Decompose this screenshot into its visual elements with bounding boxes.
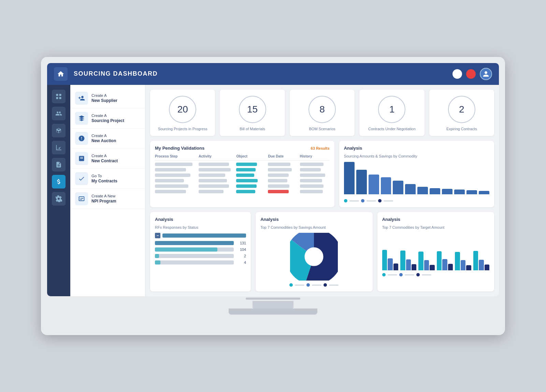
kpi-bom-circle: 15 [239, 96, 266, 123]
row4-activity [199, 179, 227, 182]
rfx-row-2: 104 [155, 247, 246, 252]
rfx-value-2: 104 [236, 247, 246, 252]
sidebar-item-dollar[interactable] [52, 175, 66, 189]
grouped-bar-group [473, 251, 489, 270]
action-create-sourcing[interactable]: Create ASourcing Project [70, 108, 145, 129]
grouped-dot-blue [399, 273, 403, 276]
rfx-minus-button[interactable]: − [155, 233, 160, 238]
create-sourcing-label: Create ASourcing Project [91, 113, 124, 124]
kpi-expiring-card: 2 Expiring Contracts [429, 90, 494, 136]
grouped-bar-seg [455, 252, 460, 270]
sidebar-item-grid[interactable] [52, 90, 66, 103]
pending-title: My Pending Validations [155, 146, 204, 151]
sidebar-item-chart[interactable] [52, 141, 66, 154]
monitor-stand [47, 296, 499, 315]
kpi-contracts-label: Contracts Under Negotiation [368, 126, 416, 131]
row3-object [236, 174, 254, 177]
grouped-bar-seg [382, 250, 387, 270]
pie-chart-card: Analysis Top 7 Commodities by Savings Am… [256, 212, 372, 291]
action-create-supplier[interactable]: Create ANew Supplier [70, 88, 145, 108]
th-process: Process Step [155, 154, 197, 158]
grouped-bar-seg [418, 252, 423, 270]
header-icons [452, 68, 492, 80]
action-npi-program[interactable]: Create A NewNPI Program [70, 189, 145, 209]
sourcing-icon [75, 112, 88, 125]
notification-dot-2[interactable] [466, 69, 476, 79]
my-contracts-icon [75, 172, 88, 185]
chart-dots-pie [260, 283, 368, 287]
bar-chart-bar [356, 170, 367, 194]
grouped-dot-teal [382, 273, 386, 276]
row2-activity [199, 168, 231, 171]
npi-icon [75, 192, 88, 205]
row6-due [268, 190, 289, 193]
pie-svg [290, 233, 338, 281]
row2-history [300, 168, 321, 171]
action-create-contract[interactable]: Create ANew Contract [70, 149, 145, 169]
bar-chart-bar [442, 189, 452, 194]
kpi-bom-value: 15 [247, 104, 258, 115]
my-contracts-label: Go ToMy Contracts [91, 174, 117, 184]
th-object: Object [236, 154, 266, 158]
action-create-auction[interactable]: Create ANew Auction [70, 129, 145, 149]
rfx-bar-3 [155, 254, 234, 258]
row2-object [236, 168, 256, 171]
header: SOURCING DASHBOARD [47, 63, 499, 85]
rfx-bar-1 [155, 241, 234, 245]
rfx-top-row: − [155, 233, 246, 238]
pie-dot-dark [324, 283, 327, 287]
row5-history [300, 184, 324, 188]
rfx-card: Analysis RFx Responses by Status − [150, 212, 251, 291]
user-avatar[interactable] [480, 68, 492, 80]
home-button[interactable] [54, 67, 68, 81]
grouped-bar-seg [430, 265, 434, 270]
row5-step [155, 184, 188, 188]
rfx-fill-3 [155, 254, 159, 258]
pending-header: My Pending Validations 63 Results [155, 146, 330, 151]
sidebar-item-box[interactable] [52, 124, 66, 137]
rfx-fill-1 [155, 241, 234, 245]
grouped-bar-group [455, 252, 471, 270]
rfx-value-3: 2 [236, 254, 246, 258]
grouped-header: Analysis [382, 217, 489, 222]
sidebar-item-users[interactable] [52, 107, 66, 120]
grouped-bar-group [437, 251, 453, 270]
notification-dot-1[interactable] [452, 69, 462, 79]
middle-row: My Pending Validations 63 Results Proces… [150, 141, 494, 207]
pie-dot-line-3 [329, 285, 339, 286]
analysis-header: Analysis [344, 146, 489, 151]
row2-due [268, 168, 292, 171]
grouped-bar-group [418, 252, 434, 270]
bar-chart-bar [466, 190, 477, 194]
action-my-contracts[interactable]: Go ToMy Contracts [70, 169, 145, 189]
create-auction-label: Create ANew Auction [91, 133, 116, 144]
rfx-fill-2 [155, 247, 217, 252]
bar-chart-bar [417, 187, 428, 194]
rfx-value-4: 4 [236, 260, 246, 265]
row5-due [268, 184, 289, 188]
npi-label: Create A NewNPI Program [91, 194, 116, 204]
analysis-main-title: Analysis [344, 146, 362, 151]
table-row [155, 179, 330, 182]
app-window: SOURCING DASHBOARD [47, 63, 499, 296]
dot-blue [361, 199, 364, 202]
pending-validations-card: My Pending Validations 63 Results Proces… [150, 141, 334, 207]
sidebar-item-document[interactable] [52, 158, 66, 171]
th-due: Due Date [268, 154, 298, 158]
kpi-expiring-value: 2 [459, 104, 464, 115]
grouped-dot-line-1 [388, 274, 397, 275]
page-title: SOURCING DASHBOARD [74, 70, 452, 77]
scrollbar-area [246, 298, 300, 300]
sidebar-item-settings[interactable] [52, 192, 66, 206]
monitor-shell: SOURCING DASHBOARD [41, 57, 505, 335]
row4-object [236, 179, 258, 182]
grouped-bar-seg [461, 260, 465, 270]
grouped-bars [382, 233, 489, 270]
grouped-chart-card: Analysis Top 7 Commodities by Target Amo… [377, 212, 494, 291]
bar-chart-bar [479, 191, 489, 194]
bar-chart-bar [344, 162, 355, 194]
grouped-bar-seg [466, 265, 471, 270]
row6-history [300, 190, 323, 193]
create-contract-label: Create ANew Contract [91, 153, 118, 164]
grouped-bar-seg [406, 259, 411, 270]
